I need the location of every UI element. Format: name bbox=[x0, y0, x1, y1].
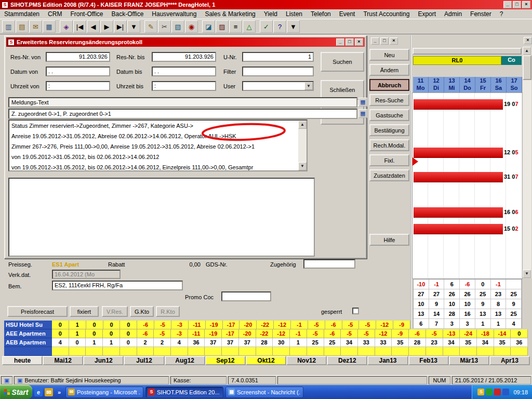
listbox-scroll-down-icon[interactable]: ▼ bbox=[298, 162, 307, 170]
toolbar-roomplan-icon[interactable]: ▧ bbox=[171, 20, 184, 33]
toolbar-dropdown2-icon[interactable]: ▼ bbox=[287, 20, 300, 33]
row-label-x[interactable] bbox=[4, 347, 52, 356]
toolbar-diamond-icon[interactable]: ◈ bbox=[60, 20, 73, 33]
button-g-kto[interactable]: G.Kto bbox=[130, 306, 154, 317]
protocol-listbox[interactable]: Status Zimmer reserviert->Zugeordnet, Zi… bbox=[8, 119, 308, 171]
toolbar-cut-icon[interactable]: ✂ bbox=[158, 20, 171, 33]
side-button-zusatzdaten[interactable]: Zusatzdaten bbox=[369, 169, 409, 181]
listbox-scroll-up-icon[interactable]: ▲ bbox=[298, 121, 307, 129]
protocol-entry-1[interactable]: Status Zimmer reserviert->Zugeordnet, Zi… bbox=[9, 121, 298, 131]
button-preisforecast[interactable]: Preisforecast bbox=[7, 306, 68, 317]
close-button[interactable]: × bbox=[522, 1, 530, 8]
suchen-button[interactable]: Suchen bbox=[321, 52, 364, 72]
toolbar-edit-icon[interactable]: ✎ bbox=[144, 20, 157, 33]
datum-von-field[interactable]: . . bbox=[46, 66, 110, 76]
toolbar-check-icon[interactable]: ✓ bbox=[260, 20, 273, 33]
toolbar-first-record-icon[interactable]: |◀ bbox=[73, 20, 86, 33]
side-button-rech-modal[interactable]: Rech.Modal. bbox=[369, 139, 409, 151]
task-screenshot-nachricht[interactable]: ▤Screenshot - Nachricht (... bbox=[225, 387, 303, 398]
promo-field[interactable] bbox=[221, 291, 271, 301]
tab-dez12[interactable]: Dez12 bbox=[327, 356, 367, 365]
child-restore-button[interactable]: □ bbox=[380, 37, 389, 45]
tab-apr13[interactable]: Apr13 bbox=[489, 356, 530, 365]
tab-okt12[interactable]: Okt12 bbox=[246, 356, 286, 365]
day-column-16[interactable]: 16Sa bbox=[491, 77, 507, 92]
selected-entry-icon[interactable]: ▦ bbox=[358, 109, 367, 118]
menu-crm[interactable]: CRM bbox=[44, 9, 66, 19]
menu-front-office[interactable]: Front-Office bbox=[66, 9, 107, 19]
maximize-button[interactable]: □ bbox=[513, 1, 521, 8]
listbox-scrollbar[interactable]: ▲ ▼ bbox=[298, 121, 307, 170]
row-label-hsu-hotel-su[interactable]: HSU Hotel Su bbox=[4, 321, 52, 329]
toolbar-mail-icon[interactable]: ✉ bbox=[29, 20, 42, 33]
toolbar-window-icon[interactable]: ▥ bbox=[2, 20, 15, 33]
toolbar-next-record-icon[interactable]: ▶ bbox=[100, 20, 113, 33]
day-column-15[interactable]: 15Fr bbox=[475, 77, 491, 92]
menu-stammdaten[interactable]: Stammdaten bbox=[0, 9, 44, 19]
toolbar-last-record-icon[interactable]: ▶| bbox=[114, 20, 127, 33]
detail-textarea[interactable] bbox=[8, 178, 315, 257]
task-sihot-pms-edition-20[interactable]: SSIHOT.PMS Edition 20... bbox=[145, 387, 223, 398]
menu-sales-marketing[interactable]: Sales & Marketing bbox=[201, 9, 259, 19]
minimize-button[interactable]: _ bbox=[503, 1, 512, 8]
tray-icon-1[interactable]: S bbox=[477, 389, 484, 395]
user-combobox[interactable]: ▼ bbox=[242, 81, 314, 91]
toolbar-dropdown-icon[interactable]: ▼ bbox=[127, 20, 140, 33]
zugehoerig-field[interactable] bbox=[303, 259, 355, 269]
gesperrt-checkbox[interactable] bbox=[352, 308, 359, 314]
tab-mai12[interactable]: Mai12 bbox=[43, 356, 83, 365]
menu-yield[interactable]: Yield bbox=[260, 9, 282, 19]
menu-hausverwaltung[interactable]: Hausverwaltung bbox=[148, 9, 201, 19]
uhrzeit-von-field[interactable]: : bbox=[46, 81, 110, 91]
protocol-entry-5[interactable]: von 19.05.2012->31.05.2012, bis 02.06.20… bbox=[9, 162, 298, 172]
tab-feb13[interactable]: Feb13 bbox=[408, 356, 449, 365]
button-r-kto[interactable]: R.Kto bbox=[156, 306, 180, 317]
protocol-entry-4[interactable]: von 19.05.2012->31.05.2012, bis 02.06.20… bbox=[9, 152, 298, 162]
tab-mär13[interactable]: Mär13 bbox=[449, 356, 489, 365]
child-close-button[interactable]: × bbox=[390, 37, 398, 45]
tab-jul12[interactable]: Jul12 bbox=[124, 356, 164, 365]
dialog-close-button[interactable]: × bbox=[355, 38, 363, 46]
side-button-abbruch[interactable]: Abbruch bbox=[369, 79, 409, 91]
button-v-res[interactable]: V.Res. bbox=[102, 306, 128, 317]
menu-telefon[interactable]: Telefon bbox=[307, 9, 335, 19]
quicklaunch-ie-icon[interactable]: e bbox=[34, 388, 43, 396]
tab-jan13[interactable]: Jan13 bbox=[367, 356, 408, 365]
side-button-neu[interactable]: Neu bbox=[369, 49, 409, 61]
planner-top-strip[interactable] bbox=[413, 48, 522, 55]
combo-dropdown-icon[interactable]: ▼ bbox=[304, 82, 313, 90]
side-button-res-suche[interactable]: Res-Suche bbox=[369, 94, 409, 106]
filter-field[interactable] bbox=[242, 66, 314, 76]
resnr-von-field[interactable]: 91.203.926 bbox=[46, 52, 110, 62]
day-column-13[interactable]: 13Mi bbox=[444, 77, 460, 92]
planner-timeline[interactable]: 19 0712 0531 0716 0615 02 bbox=[412, 92, 523, 279]
uhrzeit-bis-field[interactable]: : bbox=[152, 81, 216, 91]
row-label-aee-apartmen[interactable]: AEE Apartmen bbox=[4, 329, 52, 338]
protocol-entry-2[interactable]: Anreise 19.05.2012->31.05.2012, Abreise … bbox=[9, 131, 298, 141]
toolbar-help-icon[interactable]: ? bbox=[273, 20, 286, 33]
scrollbar-track[interactable] bbox=[523, 55, 531, 270]
toolbar-prev-record-icon[interactable]: ◀ bbox=[87, 20, 100, 33]
toolbar-cardfile-icon[interactable]: ▤ bbox=[16, 20, 29, 33]
protocol-entry-3[interactable]: Zimmer 267->276, Preis 111,00->0,00, Anr… bbox=[9, 141, 298, 152]
planner-close-button[interactable]: × bbox=[524, 37, 532, 44]
child-minimize-button[interactable]: _ bbox=[371, 37, 379, 45]
toolbar-record-icon[interactable]: ◉ bbox=[185, 20, 198, 33]
scroll-up-icon[interactable]: ▲ bbox=[523, 47, 531, 55]
tray-icon-3[interactable] bbox=[494, 389, 501, 395]
day-column-17[interactable]: 17So bbox=[507, 77, 522, 92]
side-button-bestätigung[interactable]: Bestätigung bbox=[369, 124, 409, 136]
tray-icon-2[interactable] bbox=[486, 389, 493, 395]
dialog-maximize-button[interactable]: □ bbox=[345, 38, 354, 46]
tab-nov12[interactable]: Nov12 bbox=[286, 356, 327, 365]
scroll-down-icon[interactable]: ▼ bbox=[523, 270, 531, 278]
task-posteingang-microsoft[interactable]: ✉Posteingang - Microsoft ... bbox=[65, 387, 143, 398]
side-button-hilfe[interactable]: Hilfe bbox=[369, 234, 409, 246]
tab-jun12[interactable]: Jun12 bbox=[83, 356, 124, 365]
button-fixiert[interactable]: fixiert bbox=[70, 306, 99, 317]
side-button-fixl[interactable]: Fixl. bbox=[369, 154, 409, 166]
menu-[interactable]: ? bbox=[496, 9, 508, 19]
tab-heute[interactable]: heute bbox=[2, 356, 43, 365]
resnr-bis-field[interactable]: 91.203.926 bbox=[152, 52, 216, 62]
list-header-icon[interactable]: ▦ bbox=[358, 98, 367, 107]
